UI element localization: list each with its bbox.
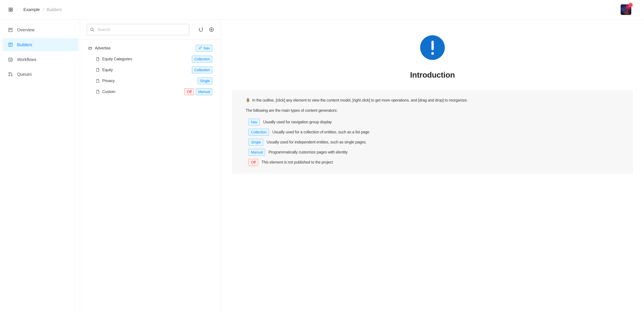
intro-tip-panel: In the outline, [click] any element to v… xyxy=(232,90,633,174)
plus-circle-icon[interactable] xyxy=(209,27,214,32)
sidebar: Overview Builders Workflows Queues xyxy=(0,20,80,312)
breadcrumb-current: Builders xyxy=(46,7,62,12)
tree-node-label: Equity Categories xyxy=(102,57,132,61)
tip-subtitle: The following are the main types of cont… xyxy=(246,108,619,113)
legend-row-nav: Nav Usually used for navigation group di… xyxy=(248,117,619,127)
folder-open-icon xyxy=(88,46,92,50)
sidebar-item-label: Builders xyxy=(17,42,32,47)
tree-node-label: Advertise xyxy=(95,46,111,50)
fire-emoji-icon xyxy=(246,98,250,103)
sidebar-item-workflows[interactable]: Workflows xyxy=(2,53,78,66)
tree-node-label: Equity xyxy=(102,67,113,72)
exclamation-circle-icon xyxy=(420,35,445,60)
sidebar-item-label: Overview xyxy=(17,27,34,32)
top-bar: Example / Builders xyxy=(0,0,644,20)
legend-desc: Usually used for independent entities, s… xyxy=(267,140,366,144)
sidebar-item-builders[interactable]: Builders xyxy=(2,38,78,51)
sidebar-item-label: Workflows xyxy=(17,57,36,62)
legend-row-manual: Manual Programmatically customize pages … xyxy=(248,147,619,157)
tip-intro-text: In the outline, [click] any element to v… xyxy=(252,98,468,103)
legend-tag-collection: Collection xyxy=(248,128,269,136)
user-avatar[interactable] xyxy=(620,4,631,15)
project-icon xyxy=(8,28,13,32)
outline-tree: Advertise Nav Equity Categories Collecti… xyxy=(80,40,221,97)
outline-toolbar xyxy=(80,20,221,40)
file-icon xyxy=(96,57,100,61)
legend-desc: Usually used for a collection of entitie… xyxy=(272,130,370,134)
legend-row-collection: Collection Usually used for a collection… xyxy=(248,127,619,137)
tree-node-privacy[interactable]: Privacy Single xyxy=(88,75,212,86)
tip-intro-line: In the outline, [click] any element to v… xyxy=(246,98,619,103)
breadcrumb-project[interactable]: Example xyxy=(24,7,40,12)
tag-collection: Collection xyxy=(192,55,212,62)
layout-icon xyxy=(8,42,13,47)
tag-single: Single xyxy=(198,77,212,84)
legend-desc: Programmatically customize pages with id… xyxy=(268,150,348,154)
tree-node-advertise[interactable]: Advertise Nav xyxy=(88,43,212,54)
file-icon xyxy=(96,68,100,72)
sidebar-item-queues[interactable]: Queues xyxy=(2,68,78,81)
legend-desc: Usually used for navigation group displa… xyxy=(263,120,332,124)
pull-request-icon xyxy=(8,72,13,77)
tag-nav: Nav xyxy=(196,44,212,52)
generator-legend: Nav Usually used for navigation group di… xyxy=(246,117,619,167)
reload-icon[interactable] xyxy=(198,27,203,32)
tree-node-custom[interactable]: Custom Off Manual xyxy=(88,86,212,97)
exclamation-bar xyxy=(431,40,434,50)
outline-panel: Advertise Nav Equity Categories Collecti… xyxy=(80,20,221,312)
legend-tag-single: Single xyxy=(248,139,263,146)
search-box xyxy=(87,24,189,35)
search-input[interactable] xyxy=(87,24,189,35)
legend-row-single: Single Usually used for independent enti… xyxy=(248,137,619,147)
file-icon xyxy=(96,79,100,83)
breadcrumb-separator: / xyxy=(42,7,44,12)
main-content: Introduction In the outline, [click] any… xyxy=(221,20,644,312)
sidebar-item-label: Queues xyxy=(17,72,32,77)
tag-collection: Collection xyxy=(192,66,212,73)
carryout-icon xyxy=(8,57,13,62)
tree-node-label: Privacy xyxy=(102,78,115,83)
breadcrumb: Example / Builders xyxy=(24,7,62,12)
tree-node-equity[interactable]: Equity Collection xyxy=(88,64,212,75)
legend-row-off: Off This element is not published to the… xyxy=(248,157,619,167)
tree-node-label: Custom xyxy=(102,89,116,94)
legend-tag-off: Off xyxy=(248,159,258,166)
exclamation-dot xyxy=(431,52,434,55)
legend-tag-nav: Nav xyxy=(248,118,260,125)
notification-dot-badge xyxy=(628,3,633,7)
page-title: Introduction xyxy=(221,70,644,79)
sidebar-item-overview[interactable]: Overview xyxy=(2,23,78,36)
quill-icon xyxy=(198,46,202,50)
legend-tag-manual: Manual xyxy=(248,149,265,156)
tree-node-equity-categories[interactable]: Equity Categories Collection xyxy=(88,54,212,64)
app-window: Example / Builders Overview Builders Wor… xyxy=(0,0,644,312)
legend-desc: This element is not published to the pro… xyxy=(262,160,333,164)
file-icon xyxy=(96,89,100,93)
tag-manual: Manual xyxy=(196,88,212,95)
tag-off: Off xyxy=(184,88,194,95)
appstore-grid-icon[interactable] xyxy=(6,5,15,14)
